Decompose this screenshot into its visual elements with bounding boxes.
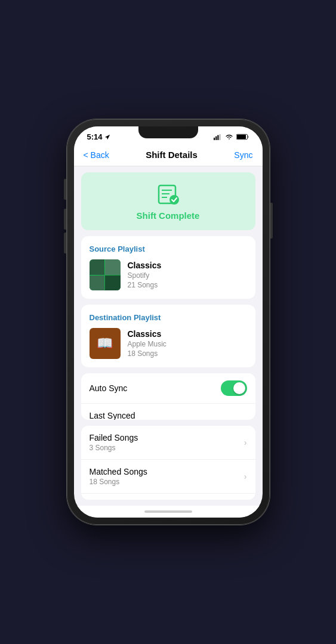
last-synced-label: Last Synced	[90, 411, 140, 420]
apple-music-thumb: 📖	[90, 328, 121, 359]
source-playlist-card: Source Playlist Classics Spotify 21	[81, 236, 255, 299]
battery-icon	[236, 134, 249, 140]
phone-frame: 5:14	[67, 119, 270, 525]
source-playlist-name: Classics	[128, 261, 162, 270]
list-item[interactable]: Failed Songs 3 Songs ›	[81, 426, 255, 460]
list-item-text-0: Failed Songs 3 Songs	[90, 433, 138, 452]
svg-point-11	[169, 195, 179, 205]
last-synced-row: Last Synced 15 seconds ago	[81, 404, 255, 420]
time-display: 5:14	[87, 132, 103, 141]
source-playlist-thumb	[90, 259, 121, 290]
chevron-right-icon: ›	[244, 438, 247, 447]
shift-complete-icon	[156, 182, 180, 206]
destination-playlist-name: Classics	[128, 329, 167, 339]
thumb-cell-2	[105, 259, 121, 275]
status-icons	[214, 134, 249, 140]
status-time: 5:14	[87, 132, 110, 141]
thumb-cell-4	[105, 275, 121, 291]
list-item-title-0: Failed Songs	[90, 433, 138, 442]
songs-list-card: Failed Songs 3 Songs › Matched Songs 18 …	[81, 426, 255, 500]
shift-complete-banner: Shift Complete	[81, 172, 255, 230]
source-playlist-service: Spotify	[128, 271, 162, 280]
shift-complete-text: Shift Complete	[137, 210, 200, 221]
destination-playlist-title: Destination Playlist	[90, 313, 247, 322]
nav-title: Shift Details	[146, 150, 198, 160]
destination-playlist-thumb: 📖	[90, 328, 121, 359]
settings-card: Auto Sync Last Synced 15 seconds ago	[81, 373, 255, 420]
list-item-title-1: Matched Songs	[90, 467, 147, 476]
toggle-knob	[233, 382, 245, 394]
svg-rect-3	[219, 134, 220, 140]
chevron-right-icon: ›	[244, 472, 247, 481]
destination-playlist-info: Classics Apple Music 18 Songs	[128, 329, 167, 358]
back-label: < Back	[84, 150, 109, 160]
sync-button[interactable]: Sync	[234, 150, 252, 160]
svg-rect-0	[214, 137, 215, 140]
auto-sync-toggle[interactable]	[221, 380, 247, 396]
phone-screen: 5:14	[74, 126, 263, 518]
source-playlist-songs: 21 Songs	[128, 281, 162, 289]
auto-sync-label: Auto Sync	[90, 383, 128, 393]
auto-sync-row: Auto Sync	[81, 373, 255, 404]
destination-playlist-songs: 18 Songs	[128, 349, 167, 358]
source-playlist-title: Source Playlist	[90, 244, 247, 253]
thumb-cell-3	[90, 275, 105, 291]
main-content: Shift Complete Source Playlist	[74, 166, 263, 506]
list-item-subtitle-1: 18 Songs	[90, 478, 147, 486]
source-playlist-row: Classics Spotify 21 Songs	[90, 259, 247, 290]
thumb-cell-1	[90, 259, 105, 275]
list-item[interactable]: Pending Songs 0 Songs ›	[81, 494, 255, 500]
location-arrow-icon	[104, 134, 110, 140]
list-item[interactable]: Matched Songs 18 Songs ›	[81, 460, 255, 494]
home-bar	[144, 510, 192, 513]
last-synced-info: Last Synced 15 seconds ago	[90, 411, 140, 420]
nav-bar: < Back Shift Details Sync	[74, 145, 263, 166]
spotify-thumb-grid	[90, 259, 121, 290]
svg-rect-6	[236, 135, 245, 139]
svg-rect-5	[248, 135, 249, 138]
wifi-icon	[225, 134, 233, 140]
destination-playlist-row: 📖 Classics Apple Music 18 Songs	[90, 328, 247, 359]
source-playlist-info: Classics Spotify 21 Songs	[128, 261, 162, 289]
destination-playlist-card: Destination Playlist 📖 Classics Apple Mu…	[81, 305, 255, 367]
signal-icon	[214, 134, 222, 140]
list-item-text-1: Matched Songs 18 Songs	[90, 467, 147, 486]
list-item-subtitle-0: 3 Songs	[90, 444, 138, 452]
svg-rect-2	[217, 135, 218, 140]
back-button[interactable]: < Back	[84, 150, 109, 160]
notch	[138, 126, 198, 138]
destination-playlist-service: Apple Music	[128, 340, 167, 348]
svg-rect-1	[215, 136, 217, 140]
home-indicator	[74, 506, 263, 518]
